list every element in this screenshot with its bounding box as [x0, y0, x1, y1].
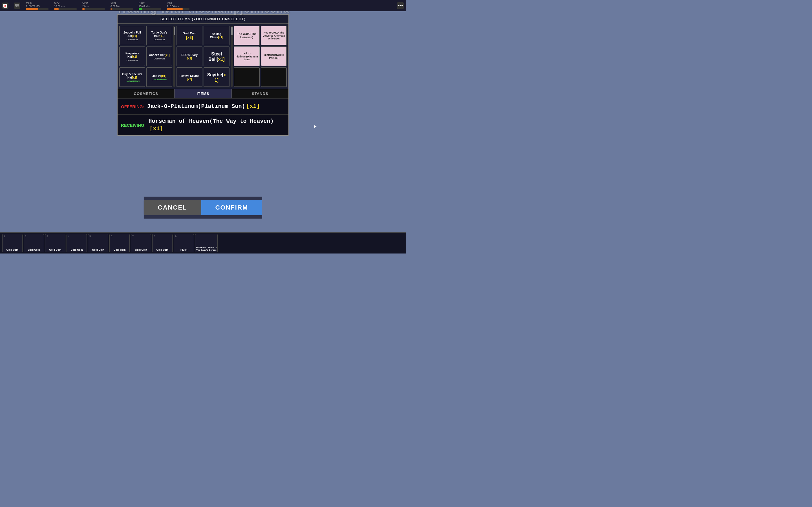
items-row-2: Emperio's Hat[x1] COMMON Ahdol's Hat[x1]… [119, 47, 172, 66]
items-mid-row-1: Gold Coin [x8] Boxing Claws[x1] [176, 25, 230, 45]
action-buttons: CANCEL CONFIRM [144, 196, 262, 219]
inv-slot-7[interactable]: 7 Gold Coin [131, 234, 151, 252]
offering-label: OFFERING: [121, 104, 144, 109]
items-mid-row-2: DEO's Diary [x2] Steel Ball[x1] [176, 47, 230, 66]
chat-icon[interactable] [14, 3, 20, 9]
trade-panel: SELECT ITEMS (YOU CANNOT UNSELECT) Zeppe… [117, 14, 289, 136]
item-empty-2 [261, 67, 287, 87]
items-grid: Zeppelin Full Set[x1] COMMON Turtle Guy'… [117, 24, 289, 89]
inv-slot-4[interactable]: 4 Gold Coin [66, 234, 87, 252]
more-options-icon[interactable]: ••• [397, 2, 404, 9]
items-row-1: Zeppelin Full Set[x1] COMMON Turtle Guy'… [119, 25, 172, 45]
item-turtle-guys-hair[interactable]: Turtle Guy's Hair[x1] COMMON [146, 25, 172, 45]
receiving-item-text: Horseman of Heaven(The Way to Heaven)[x1… [149, 118, 285, 132]
receiving-section: RECEIVING: Horseman of Heaven(The Way to… [117, 114, 289, 135]
item-ahdols-hat[interactable]: Ahdol's Hat[x1] COMMON [146, 47, 172, 66]
scroll-bar-1[interactable] [173, 25, 175, 87]
svg-rect-2 [15, 4, 19, 6]
items-right-cols: The Waifu(The Universe) Neo WORLD(The Un… [234, 25, 287, 87]
items-left-cols: Zeppelin Full Set[x1] COMMON Turtle Guy'… [119, 25, 172, 87]
mem-stat: Mem 2188.77 MB [26, 1, 49, 10]
item-boxing-claws[interactable]: Boxing Claws[x1] [204, 25, 230, 45]
item-festive-scythe[interactable]: Festive Scythe [x2] [176, 67, 202, 87]
inv-slot-1[interactable]: 1 Gold Coin [2, 234, 22, 252]
sent-stat: Sent 0.07 M/s [110, 1, 133, 10]
cancel-button[interactable]: CANCEL [144, 200, 201, 215]
svg-text:R: R [4, 4, 6, 7]
items-right-row-1: The Waifu(The Universe) Neo WORLD(The Un… [234, 25, 287, 45]
top-right-controls: ••• [397, 2, 404, 9]
inv-slot-5[interactable]: 5 Gold Coin [88, 234, 108, 252]
item-steel-ball[interactable]: Steel Ball[x1] [204, 47, 230, 66]
item-empty-1 [234, 67, 260, 87]
offering-section: OFFERING: Jack-O-Platinum(Platinum Sun)[… [117, 98, 289, 114]
item-gold-coin[interactable]: Gold Coin [x8] [176, 25, 202, 45]
inv-slot-9[interactable]: 9 Pluck [174, 234, 194, 252]
item-mintsnake[interactable]: Mintsnake(White Poison) [261, 47, 287, 66]
tab-bar: COSMETICS ITEMS STANDS [117, 89, 289, 98]
receiving-label: RECEIVING: [121, 123, 146, 128]
confirm-button[interactable]: CONFIRM [201, 200, 262, 215]
items-right-row-2: Jack-O-Platinum(Platinum Sun) Mintsnake(… [234, 47, 287, 66]
item-jack-o-platinum[interactable]: Jack-O-Platinum(Platinum Sun) [234, 47, 260, 66]
ping-stat: Ping 715.56 ms [167, 1, 190, 10]
items-row-3: Guy Zeppelin's Hat[x2] UNCOMMON Joe v5[x… [119, 67, 172, 87]
inventory-bar: 1 Gold Coin 2 Gold Coin 3 Gold Coin 4 Go… [0, 232, 406, 253]
inv-slot-3[interactable]: 3 Gold Coin [45, 234, 65, 252]
inv-slot-6[interactable]: 6 Gold Coin [109, 234, 130, 252]
items-mid-row-3: Festive Scythe [x2] Scythe[x 1] [176, 67, 230, 87]
cpu-stat: CPU 16.69 ms [54, 1, 77, 10]
inv-slot-8[interactable]: 8 Gold Coin [152, 234, 172, 252]
item-emperios-hat[interactable]: Emperio's Hat[x1] COMMON [119, 47, 145, 66]
items-right-row-3 [234, 67, 287, 87]
tab-cosmetics[interactable]: COSMETICS [117, 89, 174, 98]
cursor [314, 125, 318, 129]
item-guy-zeppelins-hat[interactable]: Guy Zeppelin's Hat[x2] UNCOMMON [119, 67, 145, 87]
gpu-stat: GPU 24ms [82, 1, 105, 10]
top-bar: R Mem 2188.77 MB CPU 16.69 ms GPU 24ms S… [0, 0, 406, 11]
inv-slot-10[interactable]: Redeemed Pelvis of The Saint's Corpse [195, 234, 218, 252]
inv-slot-2[interactable]: 2 Gold Coin [24, 234, 44, 252]
tab-items[interactable]: ITEMS [174, 89, 232, 98]
recv-stat: Recv 45.44 kb/s [139, 1, 161, 10]
select-header: SELECT ITEMS (YOU CANNOT UNSELECT) [117, 15, 289, 24]
item-waifu[interactable]: The Waifu(The Universe) [234, 25, 260, 45]
item-deos-diary[interactable]: DEO's Diary [x2] [176, 47, 202, 66]
items-mid-cols: Gold Coin [x8] Boxing Claws[x1] DEO's Di… [176, 25, 230, 87]
item-joe-v5[interactable]: Joe v5[x1] UNCOMMON [146, 67, 172, 87]
item-zeppelin-full-set[interactable]: Zeppelin Full Set[x1] COMMON [119, 25, 145, 45]
scroll-bar-2[interactable] [231, 25, 233, 87]
roblox-icon: R [2, 3, 8, 9]
offering-item-text: Jack-O-Platinum(Platinum Sun)[x1] [147, 103, 260, 110]
tab-stands[interactable]: STANDS [232, 89, 289, 98]
item-scythe[interactable]: Scythe[x 1] [204, 67, 230, 87]
item-neo-world[interactable]: Neo WORLD(The Universe Alternate Univers… [261, 25, 287, 45]
